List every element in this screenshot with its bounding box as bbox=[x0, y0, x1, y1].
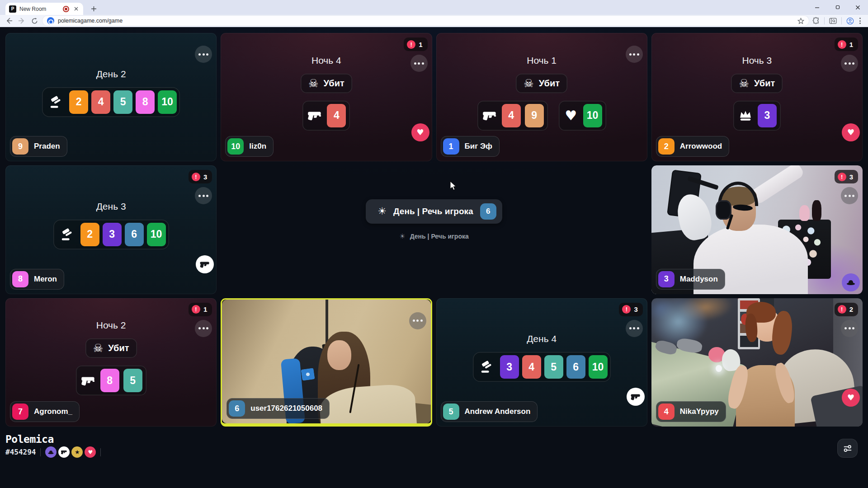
player-tile-Andrew Anderson: День 4345610!35Andrew Anderson bbox=[436, 298, 647, 427]
heart-icon: ♥ bbox=[847, 128, 854, 136]
room-row: #454294 ★ ♥ bbox=[5, 446, 101, 458]
back-icon[interactable] bbox=[5, 16, 14, 25]
player-number: 6 bbox=[229, 400, 245, 417]
foul-badge: !1 bbox=[189, 303, 212, 316]
player-name-badge: 1Биг Эф bbox=[441, 136, 500, 157]
killed-status: ☠Убит bbox=[85, 338, 137, 358]
menu-dot bbox=[852, 62, 854, 65]
phase-sub-label: День | Речь игрока bbox=[410, 233, 469, 240]
tile-menu-button[interactable] bbox=[841, 320, 858, 337]
foul-badge: !3 bbox=[619, 303, 642, 316]
tab-recording-indicator bbox=[63, 6, 69, 12]
new-tab-button[interactable] bbox=[89, 4, 99, 14]
skull-crossbones-icon: ☠ bbox=[308, 78, 318, 89]
vote-chip: 9 bbox=[525, 104, 544, 127]
site-favicon bbox=[47, 17, 54, 24]
menu-dot bbox=[203, 327, 205, 329]
tile-menu-button[interactable] bbox=[626, 46, 643, 63]
player-number: 4 bbox=[658, 404, 675, 420]
foul-badge: !1 bbox=[404, 38, 427, 51]
shoot-button[interactable] bbox=[196, 255, 214, 273]
player-name: NikaYpypy bbox=[680, 407, 719, 416]
window-maximize-button[interactable] bbox=[827, 0, 848, 15]
menu-dot bbox=[844, 195, 847, 197]
player-number: 1 bbox=[443, 138, 459, 155]
bookmark-star-icon[interactable] bbox=[797, 18, 804, 24]
heart-glyph: ♥ bbox=[565, 109, 577, 122]
vote-chip: 4 bbox=[502, 104, 521, 127]
profile-icon[interactable] bbox=[846, 17, 854, 25]
reload-icon[interactable] bbox=[30, 16, 39, 25]
vote-chip: 3 bbox=[758, 104, 777, 127]
mz-fig2 bbox=[812, 200, 821, 221]
menu-dot bbox=[203, 53, 205, 56]
address-bar[interactable]: polemicagame.com/game bbox=[42, 16, 809, 26]
phase-title: День 4 bbox=[527, 333, 557, 344]
like-button[interactable]: ♥ bbox=[842, 389, 860, 407]
menu-dot bbox=[629, 327, 632, 329]
phase-pill: ☀ День | Речь игрока 6 bbox=[366, 199, 502, 224]
foul-count: 3 bbox=[203, 173, 207, 181]
forward-icon[interactable] bbox=[17, 16, 26, 25]
browser-tabstrip: P New Room bbox=[0, 0, 868, 15]
vote-chip: 10 bbox=[147, 223, 166, 246]
menu-dot bbox=[633, 327, 635, 329]
action-heart: ♥10 bbox=[559, 101, 606, 131]
player-name: Maddyson bbox=[680, 275, 718, 284]
vote-chip: 3 bbox=[500, 355, 519, 379]
menu-dot bbox=[849, 195, 851, 197]
tile-menu-button[interactable] bbox=[841, 55, 858, 72]
night-actions: 3 bbox=[733, 101, 781, 131]
tile-menu-button[interactable] bbox=[409, 312, 426, 329]
like-button[interactable]: ♥ bbox=[411, 123, 429, 141]
footer: Polemica #454294 ★ ♥ bbox=[5, 433, 101, 458]
settings-button[interactable] bbox=[837, 439, 858, 458]
player-name-badge: 7Agronom_ bbox=[10, 401, 80, 422]
player-name-badge: 6user1762621050608 bbox=[226, 398, 330, 419]
extensions-icon[interactable] bbox=[812, 17, 820, 24]
tile-menu-button[interactable] bbox=[410, 55, 428, 72]
footer-divider bbox=[40, 448, 41, 456]
killed-label: Убит bbox=[108, 343, 129, 353]
tab-close-icon[interactable] bbox=[72, 5, 80, 13]
tile-menu-button[interactable] bbox=[195, 320, 212, 337]
player-name-badge: 9Praden bbox=[10, 136, 67, 157]
menu-dot bbox=[849, 62, 851, 65]
player-name-badge: 2Arrowwood bbox=[656, 136, 730, 157]
action-gun: 85 bbox=[76, 366, 146, 395]
browser-toolbar: polemicagame.com/game bbox=[0, 15, 868, 27]
don-role-button[interactable] bbox=[842, 273, 860, 291]
foul-count: 1 bbox=[419, 41, 422, 48]
menu-dot bbox=[852, 327, 854, 329]
vote-chip: 6 bbox=[566, 355, 585, 379]
player-name-badge: 8Meron bbox=[10, 269, 64, 290]
foul-count: 1 bbox=[203, 305, 207, 313]
phase-title: Ночь 2 bbox=[96, 320, 126, 331]
tile-menu-button[interactable] bbox=[626, 320, 643, 337]
mafia-gun-icon bbox=[58, 446, 70, 458]
player-name-badge: 4NikaYpypy bbox=[656, 401, 726, 422]
tile-menu-button[interactable] bbox=[195, 46, 212, 63]
civilian-heart-icon: ♥ bbox=[85, 446, 96, 458]
alert-icon: ! bbox=[407, 40, 415, 49]
sheriff-star-icon: ★ bbox=[71, 446, 83, 458]
player-tile-liz0n: Ночь 4☠Убит4!1♥10liz0n bbox=[221, 33, 432, 161]
shoot-button[interactable] bbox=[627, 388, 645, 406]
browser-menu-icon[interactable] bbox=[859, 17, 862, 25]
side-panel-search-icon[interactable] bbox=[829, 18, 837, 24]
menu-dot bbox=[420, 319, 423, 322]
menu-dot bbox=[206, 53, 208, 56]
player-name-badge: 3Maddyson bbox=[656, 269, 725, 290]
window-minimize-button[interactable] bbox=[807, 0, 827, 15]
alert-icon: ! bbox=[838, 173, 846, 181]
url-text: polemicagame.com/game bbox=[58, 18, 794, 24]
window-close-button[interactable] bbox=[848, 0, 868, 15]
menu-dot bbox=[629, 53, 632, 56]
browser-tab[interactable]: P New Room bbox=[5, 3, 83, 15]
alert-icon: ! bbox=[838, 40, 846, 49]
player-tile-Биг Эф: Ночь 1☠Убит49♥101Биг Эф bbox=[436, 33, 647, 161]
player-tile-user1762621050608: 6user1762621050608 bbox=[221, 298, 432, 427]
player-number: 5 bbox=[443, 404, 459, 420]
phase-title: День 2 bbox=[96, 69, 126, 80]
foul-count: 1 bbox=[849, 41, 853, 48]
